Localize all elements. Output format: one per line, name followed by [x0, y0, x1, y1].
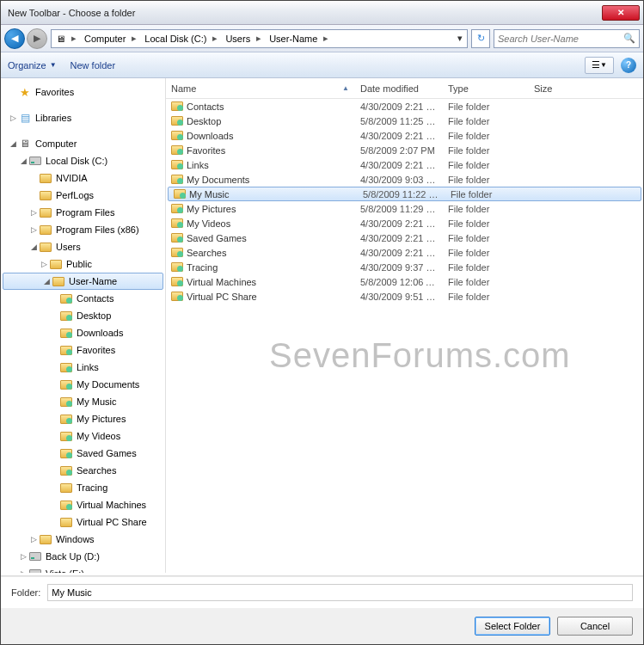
file-row[interactable]: Virtual PC Share4/30/2009 9:51 PMFile fo… — [166, 289, 643, 304]
tree-item[interactable]: ◢🖥Computer — [1, 135, 165, 152]
select-folder-button[interactable]: Select Folder — [475, 617, 550, 636]
file-row[interactable]: Searches4/30/2009 2:21 PMFile folder — [166, 245, 643, 260]
sort-arrow-icon: ▲ — [342, 84, 349, 92]
twisty-icon[interactable]: ▷ — [28, 225, 39, 234]
forward-button[interactable]: ▶ — [27, 28, 47, 49]
folder-icon — [40, 535, 52, 544]
file-row[interactable]: Virtual Machines5/8/2009 12:06 AMFile fo… — [166, 274, 643, 289]
tree-item[interactable]: My Pictures — [1, 410, 165, 427]
refresh-button[interactable]: ↻ — [471, 29, 490, 48]
file-row[interactable]: Contacts4/30/2009 2:21 PMFile folder — [166, 99, 643, 114]
file-row[interactable]: My Music5/8/2009 11:22 PMFile folder — [168, 187, 641, 201]
tree-item[interactable]: ▷Vista (E:) — [1, 565, 165, 573]
file-date: 5/8/2009 2:07 PM — [355, 145, 443, 156]
chevron-right-icon[interactable]: ▸ — [254, 33, 264, 44]
twisty-icon[interactable]: ◢ — [18, 157, 28, 165]
view-button[interactable]: ☰ ▼ — [585, 57, 614, 74]
tree-item-label: My Videos — [77, 431, 120, 441]
folder-input[interactable] — [47, 584, 633, 601]
file-row[interactable]: Favorites5/8/2009 2:07 PMFile folder — [166, 143, 643, 157]
file-name: Virtual Machines — [187, 277, 256, 287]
folder-icon — [60, 363, 72, 372]
twisty-icon[interactable]: ▷ — [18, 552, 28, 561]
tree-item-label: Users — [56, 242, 81, 252]
tree-item[interactable]: ▷Back Up (D:) — [1, 548, 165, 565]
column-size[interactable]: Size — [529, 78, 589, 98]
tree-item[interactable]: NVIDIA — [1, 169, 165, 187]
tree-item[interactable]: My Videos — [1, 427, 165, 445]
file-row[interactable]: Desktop5/8/2009 11:25 PMFile folder — [166, 114, 643, 128]
folder-tree[interactable]: ★Favorites▷▤Libraries◢🖥Computer◢Local Di… — [1, 78, 166, 573]
tree-item[interactable]: My Documents — [1, 376, 165, 393]
tree-item[interactable]: ★Favorites — [1, 83, 165, 101]
tree-item[interactable]: ◢Local Disk (C:) — [1, 152, 165, 169]
file-row[interactable]: My Videos4/30/2009 2:21 PMFile folder — [166, 216, 643, 230]
dialog-footer: Folder: Select Folder Cancel — [1, 575, 643, 644]
breadcrumb[interactable]: 🖥 ▸ Computer ▸ Local Disk (C:) ▸ Users ▸… — [51, 29, 468, 48]
chevron-down-icon[interactable]: ▾ — [453, 33, 467, 44]
chevron-right-icon[interactable]: ▸ — [210, 33, 220, 44]
column-type[interactable]: Type — [443, 78, 529, 98]
column-date[interactable]: Date modified — [355, 78, 443, 98]
file-type: File folder — [443, 218, 529, 229]
twisty-icon[interactable]: ▷ — [18, 569, 28, 573]
file-name: Links — [187, 160, 209, 170]
twisty-icon[interactable]: ▷ — [28, 208, 39, 217]
tree-item[interactable]: Desktop — [1, 307, 165, 324]
tree-item[interactable]: Searches — [1, 462, 165, 479]
file-row[interactable]: Links4/30/2009 2:21 PMFile folder — [166, 157, 643, 172]
tree-item[interactable]: Virtual PC Share — [1, 513, 165, 531]
twisty-icon[interactable]: ▷ — [28, 535, 39, 544]
tree-item[interactable]: Downloads — [1, 324, 165, 341]
tree-item[interactable]: ▷Public — [1, 255, 165, 273]
file-name: My Videos — [187, 218, 230, 229]
crumb-users[interactable]: Users — [220, 30, 254, 47]
chevron-right-icon[interactable]: ▸ — [69, 33, 79, 44]
help-button[interactable]: ? — [621, 58, 636, 73]
chevron-right-icon[interactable]: ▸ — [321, 33, 331, 44]
twisty-icon[interactable]: ◢ — [41, 277, 52, 286]
folder-icon — [60, 449, 72, 458]
search-box[interactable]: 🔍 — [494, 29, 640, 48]
folder-icon — [174, 189, 186, 199]
tree-item[interactable]: ◢User-Name — [3, 273, 163, 290]
tree-item[interactable]: Virtual Machines — [1, 496, 165, 513]
tree-item[interactable]: ▷Program Files — [1, 204, 165, 221]
tree-item[interactable]: Contacts — [1, 290, 165, 307]
back-button[interactable]: ◀ — [4, 28, 25, 49]
file-row[interactable]: Downloads4/30/2009 2:21 PMFile folder — [166, 128, 643, 143]
tree-item[interactable]: Tracing — [1, 479, 165, 496]
tree-item[interactable]: ▷▤Libraries — [1, 109, 165, 126]
file-type: File folder — [443, 160, 529, 170]
file-date: 4/30/2009 9:51 PM — [355, 292, 443, 302]
tree-item[interactable]: Saved Games — [1, 445, 165, 462]
close-button[interactable]: ✕ — [602, 5, 640, 21]
tree-item[interactable]: ◢Users — [1, 238, 165, 255]
twisty-icon[interactable]: ◢ — [28, 243, 39, 251]
tree-item[interactable]: ▷Program Files (x86) — [1, 221, 165, 238]
file-row[interactable]: My Documents4/30/2009 9:03 PMFile folder — [166, 172, 643, 187]
file-name: Contacts — [187, 101, 224, 112]
tree-item[interactable]: PerfLogs — [1, 187, 165, 204]
crumb-computer[interactable]: Computer — [79, 30, 129, 47]
twisty-icon[interactable]: ◢ — [8, 139, 18, 148]
twisty-icon[interactable]: ▷ — [8, 114, 18, 122]
file-list[interactable]: Name▲ Date modified Type Size Contacts4/… — [166, 78, 643, 573]
organize-menu[interactable]: Organize ▼ — [8, 60, 57, 71]
file-row[interactable]: Tracing4/30/2009 9:37 PMFile folder — [166, 260, 643, 274]
twisty-icon[interactable]: ▷ — [39, 260, 49, 268]
column-name[interactable]: Name▲ — [166, 78, 355, 98]
tree-item[interactable]: ▷Windows — [1, 531, 165, 548]
crumb-username[interactable]: User-Name — [264, 30, 321, 47]
tree-item[interactable]: My Music — [1, 393, 165, 410]
crumb-disk[interactable]: Local Disk (C:) — [139, 30, 210, 47]
tree-item[interactable]: Links — [1, 359, 165, 376]
search-input[interactable] — [498, 34, 623, 44]
cancel-button[interactable]: Cancel — [557, 617, 633, 636]
file-row[interactable]: Saved Games4/30/2009 2:21 PMFile folder — [166, 230, 643, 245]
folder-icon — [60, 483, 72, 493]
file-row[interactable]: My Pictures5/8/2009 11:29 PMFile folder — [166, 201, 643, 216]
tree-item[interactable]: Favorites — [1, 341, 165, 359]
chevron-right-icon[interactable]: ▸ — [129, 33, 139, 44]
new-folder-button[interactable]: New folder — [71, 60, 116, 71]
